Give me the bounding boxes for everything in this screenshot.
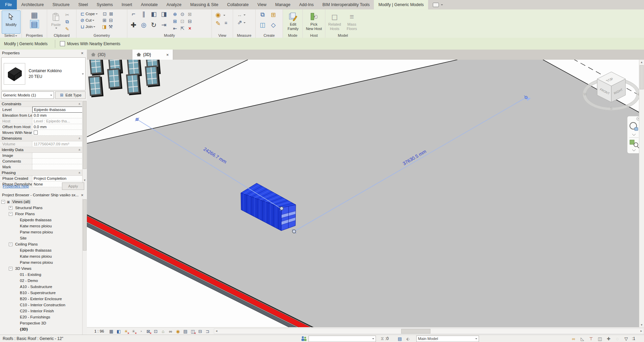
zoom-region-icon[interactable] — [630, 140, 634, 144]
rendering-dialog-icon[interactable]: ◔ — [138, 329, 144, 334]
vertical-scrollbar[interactable]: ▲ ▼ — [639, 60, 644, 327]
join-button[interactable]: ⊔ Join ◨ ⚒ — [79, 23, 127, 30]
copy-to-clipboard-icon[interactable]: ⧉ — [64, 19, 70, 25]
tab-manage[interactable]: Manage — [271, 0, 295, 9]
tab-architecture[interactable]: Architecture — [17, 0, 48, 9]
cope-button[interactable]: ⊏ Cope ⊡ ⊠ — [79, 10, 127, 17]
linework-icon[interactable]: ≡ — [223, 20, 229, 26]
visual-style-icon[interactable]: ◧ — [116, 329, 122, 334]
compass-south[interactable]: S — [610, 106, 612, 110]
offset-icon[interactable]: ∥ — [139, 10, 148, 18]
split-element-icon[interactable]: ⊕ — [172, 11, 178, 17]
create-parts-icon[interactable]: ◫ — [258, 21, 267, 29]
tree-item-3d-active[interactable]: {3D} — [0, 326, 83, 332]
property-row-offset[interactable]: Offset from Host0.0 mm — [0, 124, 83, 130]
tab-insert[interactable]: Insert — [117, 0, 136, 9]
detail-level-icon[interactable]: ▦ — [108, 329, 114, 334]
horizontal-scrollbar[interactable]: ◄ ► — [214, 329, 644, 334]
tree-item-floor-epipedo-thalassas[interactable]: Epipedo thalassas — [0, 217, 83, 223]
dimension-grip[interactable] — [525, 96, 527, 99]
panel-label-select[interactable]: Select — [0, 33, 22, 37]
tree-item-a10-substructure[interactable]: A10 - Substructure — [0, 284, 83, 290]
unlocked-view-icon[interactable]: ⌂ — [160, 329, 166, 334]
reveal-hidden-elements-icon[interactable]: ◉ — [175, 329, 181, 334]
select-pinned-icon[interactable]: ⊤ — [588, 336, 594, 341]
scroll-right-icon[interactable]: ► — [639, 329, 644, 333]
scroll-up-icon[interactable]: ▲ — [639, 60, 644, 64]
trim-extend-icon[interactable]: ⇥ — [160, 21, 168, 29]
create-group-icon[interactable]: ⧉ — [258, 11, 267, 19]
tree-item-c20-interior-finish[interactable]: C20 - Interior Finish — [0, 308, 83, 314]
copy-icon[interactable]: ◎ — [139, 21, 148, 29]
tab-bim-interoperability[interactable]: BIM Interoperability Tools — [318, 0, 374, 9]
scale-button[interactable]: 1 : 96 — [92, 329, 107, 334]
drag-on-selection-icon[interactable]: ✚ — [606, 336, 612, 341]
tab-addins[interactable]: Add-Ins — [295, 0, 318, 9]
scroll-down-icon[interactable]: ▼ — [83, 178, 87, 182]
project-browser-header[interactable]: Project Browser - Container Ship vasiko … — [0, 192, 87, 198]
tab-steel[interactable]: Steel — [74, 0, 93, 9]
close-icon[interactable]: × — [79, 193, 85, 198]
tree-item-c10-interior-construction[interactable]: C10 - Interior Construction — [0, 302, 83, 308]
aligned-dimension-icon[interactable]: ⇗ — [236, 19, 243, 26]
section-header-dimensions[interactable]: Dimensions» — [0, 136, 83, 141]
property-row-level[interactable]: LevelEpipedo thalassas — [0, 107, 83, 113]
property-row-elevation[interactable]: Elevation from Le...0.0 mm — [0, 113, 83, 118]
tab-modify-generic-models[interactable]: Modify | Generic Models — [374, 0, 428, 9]
tree-item-site[interactable]: Site — [0, 235, 83, 241]
shape-handle-grip[interactable] — [280, 207, 283, 210]
delete-icon[interactable]: × — [187, 25, 193, 31]
tree-item-e20-furnishings[interactable]: E20 - Furnishings — [0, 314, 83, 320]
tree-item-structural-plans[interactable]: +Structural Plans — [0, 205, 83, 211]
shadows-icon[interactable]: ☀× — [131, 329, 136, 334]
properties-filter-combo[interactable]: Generic Models (1) — [1, 91, 54, 99]
select-by-face-icon[interactable]: ◫ — [597, 336, 603, 341]
reveal-constraints-icon[interactable]: ⊐ — [205, 329, 211, 334]
mirror-pick-axis-icon[interactable]: ◧ — [150, 10, 158, 18]
split-with-gap-icon[interactable]: ⊙ — [179, 11, 186, 17]
collapse-icon[interactable]: − — [9, 267, 12, 270]
model-view[interactable]: 24266.7 mm 37630.5 mm — [87, 60, 644, 327]
sun-path-icon[interactable]: ☀× — [123, 329, 129, 334]
project-browser-scrollbar[interactable] — [82, 199, 87, 335]
highlight-displacement-icon[interactable]: ⊟ — [197, 329, 203, 334]
override-graphics-brush-icon[interactable]: ✎ — [214, 20, 222, 27]
select-underlay-icon[interactable]: ◺ — [579, 336, 585, 341]
tree-item-ceiling-epipedo-thalassas[interactable]: Epipedo thalassas — [0, 247, 83, 253]
ship-deck-surface[interactable] — [87, 60, 644, 327]
collapse-icon[interactable]: − — [9, 243, 12, 246]
shape-handle-grip[interactable] — [292, 230, 296, 233]
moves-with-nearby-checkbox[interactable] — [60, 41, 65, 46]
remove-coping-icon[interactable]: ⊟ — [108, 17, 114, 23]
measure-ruler-icon[interactable]: ↔ — [236, 11, 243, 18]
create-similar-icon[interactable]: ◇ — [269, 21, 278, 29]
property-row-phase-created[interactable]: Phase CreatedProject Completion — [0, 176, 83, 181]
property-row-mark[interactable]: Mark — [0, 164, 83, 170]
properties-header[interactable]: Properties × — [0, 50, 87, 56]
property-row-moves-with-nearby[interactable]: Moves With Near... — [0, 130, 83, 136]
checkbox-icon[interactable] — [34, 131, 38, 135]
tree-item-02-demo[interactable]: 02 - Demo — [0, 278, 83, 284]
tab-systems[interactable]: Systems — [92, 0, 117, 9]
worksharing-icon[interactable] — [301, 335, 307, 342]
scale-icon[interactable]: ⊡ — [179, 18, 186, 24]
workset-combo[interactable] — [309, 335, 376, 342]
temporary-hide-isolate-icon[interactable]: ∞ — [168, 329, 173, 334]
cut-button[interactable]: ⊘ Cut ⊞ ⊟ — [79, 17, 127, 23]
tab-collaborate[interactable]: Collaborate — [223, 0, 253, 9]
view-tab-3d-inactive[interactable]: {3D} — [87, 50, 132, 60]
apply-coping-icon[interactable]: ⊞ — [101, 17, 108, 23]
scroll-down-icon[interactable]: ▼ — [639, 322, 644, 327]
modify-button[interactable]: Modify — [2, 10, 21, 34]
compass-west[interactable]: W — [583, 92, 587, 96]
tab-massing-site[interactable]: Massing & Site — [186, 0, 223, 9]
section-header-phasing[interactable]: Phasing» — [0, 170, 83, 176]
scroll-left-icon[interactable]: ◄ — [214, 329, 219, 333]
hide-elements-lightbulb-icon[interactable]: ◉ — [214, 11, 222, 19]
worksets-dialog-icon[interactable]: ▤ — [397, 336, 403, 341]
paint-icon[interactable]: ◨ — [101, 23, 107, 30]
align-icon[interactable]: ⌐ — [129, 10, 138, 18]
temporary-view-properties-icon[interactable]: ▤ — [183, 329, 188, 334]
tree-item-b20-exterior-enclosure[interactable]: B20 - Exterior Enclosure — [0, 296, 83, 302]
tree-item-floor-plans[interactable]: −Floor Plans — [0, 211, 83, 217]
